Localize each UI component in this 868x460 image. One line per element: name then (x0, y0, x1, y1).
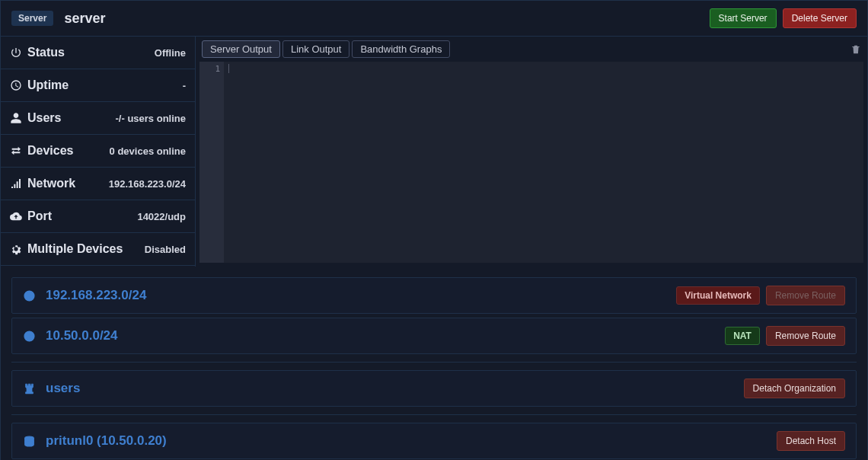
server-header: Server server Start Server Delete Server (0, 0, 868, 37)
status-label: Status (27, 46, 65, 59)
line-number: 1 (199, 64, 220, 74)
port-value: 14022/udp (137, 211, 186, 222)
detach-host-button[interactable]: Detach Host (777, 431, 845, 451)
network-label: Network (27, 177, 75, 190)
output-editor: 1 (199, 62, 863, 263)
network-value: 192.168.223.0/24 (109, 178, 186, 190)
detach-organization-button[interactable]: Detach Organization (744, 379, 845, 398)
users-value: -/- users online (116, 113, 186, 124)
sidebar-item-status: Status Offline (1, 37, 195, 69)
host-name[interactable]: pritunl0 (10.50.0.20) (46, 433, 167, 449)
sidebar-item-uptime: Uptime - (1, 69, 195, 102)
user-icon (10, 112, 22, 124)
power-icon (10, 46, 22, 59)
remove-route-button: Remove Route (766, 286, 845, 305)
sidebar-item-port: Port 14022/udp (1, 200, 195, 233)
start-server-button[interactable]: Start Server (710, 8, 777, 28)
sidebar-item-multidev: Multiple Devices Disabled (1, 233, 195, 266)
exchange-icon (10, 145, 22, 157)
sidebar-item-devices: Devices 0 devices online (1, 135, 195, 168)
nat-badge: NAT (725, 327, 760, 345)
multidev-value: Disabled (145, 244, 186, 255)
tab-bandwidth-graphs[interactable]: Bandwidth Graphs (352, 40, 450, 58)
delete-server-button[interactable]: Delete Server (783, 8, 857, 28)
header-left: Server server (11, 11, 105, 27)
port-label: Port (27, 209, 52, 223)
globe-icon (23, 289, 36, 302)
host-row: pritunl0 (10.50.0.20) Detach Host (11, 423, 857, 459)
sidebar-item-network: Network 192.168.223.0/24 (1, 168, 195, 200)
org-name[interactable]: users (46, 381, 80, 396)
uptime-value: - (183, 80, 186, 91)
main-row: Status Offline Uptime - Users -/- users … (0, 37, 868, 267)
rook-icon (23, 382, 36, 395)
sidebar-item-users: Users -/- users online (1, 102, 195, 135)
clock-icon (10, 79, 22, 91)
separator (11, 362, 857, 363)
tab-link-output[interactable]: Link Output (282, 40, 350, 58)
multidev-label: Multiple Devices (27, 242, 123, 256)
header-actions: Start Server Delete Server (710, 8, 857, 28)
routes-list: 192.168.223.0/24 Virtual Network Remove … (0, 267, 868, 460)
server-type-badge: Server (11, 11, 53, 26)
tab-server-output[interactable]: Server Output (202, 40, 280, 58)
gear-icon (10, 243, 22, 255)
clear-output-icon[interactable] (850, 44, 861, 55)
org-row: users Detach Organization (11, 370, 857, 407)
database-icon (23, 435, 36, 448)
editor-gutter: 1 (199, 62, 224, 263)
tabs-row: Server Output Link Output Bandwidth Grap… (199, 40, 863, 62)
devices-label: Devices (27, 144, 74, 158)
status-value: Offline (155, 47, 186, 59)
sidebar: Status Offline Uptime - Users -/- users … (1, 37, 196, 267)
remove-route-button[interactable]: Remove Route (766, 326, 845, 346)
signal-icon (10, 177, 22, 190)
devices-value: 0 devices online (110, 145, 186, 157)
virtual-network-badge: Virtual Network (676, 286, 760, 305)
route-row: 10.50.0.0/24 NAT Remove Route (11, 318, 857, 354)
server-title: server (64, 11, 105, 27)
route-row: 192.168.223.0/24 Virtual Network Remove … (11, 277, 857, 314)
users-label: Users (27, 111, 61, 125)
route-address[interactable]: 10.50.0.0/24 (46, 328, 118, 343)
cloud-upload-icon (10, 210, 22, 222)
editor-body[interactable] (224, 62, 863, 263)
globe-icon (23, 330, 36, 343)
route-address[interactable]: 192.168.223.0/24 (46, 288, 146, 303)
separator (11, 414, 857, 415)
content-area: Server Output Link Output Bandwidth Grap… (196, 37, 867, 267)
uptime-label: Uptime (27, 78, 69, 92)
